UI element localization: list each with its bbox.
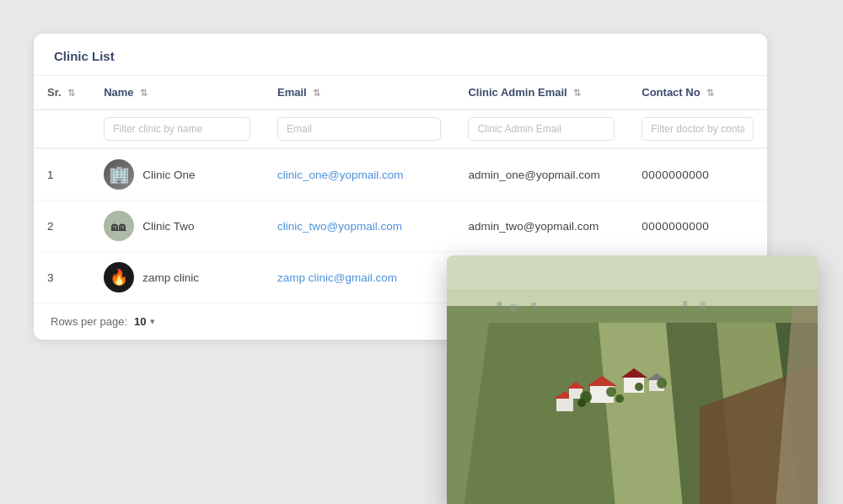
clinic-list-card: Clinic List Sr. ⇅ Name ⇅ Email ⇅ [34, 34, 767, 340]
cell-email: zamp clinic@gmail.com [264, 252, 454, 303]
col-email[interactable]: Email ⇅ [264, 76, 454, 110]
filter-admin-email-input[interactable] [468, 117, 615, 141]
svg-point-23 [657, 378, 667, 389]
svg-point-21 [606, 387, 616, 397]
svg-marker-3 [464, 323, 615, 504]
filter-admin-email-cell [454, 110, 628, 148]
avatar: 🏘 [104, 211, 134, 241]
rows-per-page-select[interactable]: 10 ▾ [134, 315, 154, 328]
svg-rect-28 [510, 304, 517, 312]
clinic-email-link[interactable]: clinic_two@yopmail.com [277, 220, 402, 233]
avatar: 🔥 [104, 262, 134, 292]
rows-per-page-value: 10 [134, 315, 146, 328]
filter-contact-input[interactable] [642, 117, 754, 141]
sort-icon-contact: ⇅ [706, 88, 714, 99]
cell-sr: 3 [34, 252, 90, 303]
col-name[interactable]: Name ⇅ [90, 76, 264, 110]
card-header: Clinic List [34, 34, 767, 76]
clinic-name: zamp clinic [142, 271, 199, 284]
filter-contact-cell [628, 110, 767, 148]
svg-point-22 [635, 383, 643, 391]
cell-admin-email: admin_two@yopmail.com [454, 201, 628, 252]
sort-icon-admin: ⇅ [573, 88, 581, 99]
rows-per-page-label: Rows per page: [51, 315, 127, 328]
avatar: 🏢 [104, 159, 134, 190]
cell-name: 🔥zamp clinic [90, 252, 264, 303]
table-row: 1🏢Clinic Oneclinic_one@yopmail.comadmin_… [34, 148, 767, 201]
svg-rect-30 [683, 301, 687, 309]
filter-clinic-name-input[interactable] [104, 117, 250, 141]
cell-sr: 2 [34, 201, 90, 252]
cell-email: clinic_one@yopmail.com [264, 148, 454, 201]
col-sr[interactable]: Sr. ⇅ [34, 76, 90, 110]
col-clinic-admin-email[interactable]: Clinic Admin Email ⇅ [454, 76, 628, 110]
svg-rect-27 [497, 302, 502, 312]
cell-contact-no: 0000000000 [628, 148, 767, 201]
card-title: Clinic List [54, 49, 115, 63]
filter-email-input[interactable] [277, 117, 441, 141]
col-contact-no[interactable]: Contact No ⇅ [628, 76, 767, 110]
svg-rect-26 [447, 255, 818, 289]
sort-icon-name: ⇅ [140, 88, 148, 99]
chevron-down-icon: ▾ [150, 316, 155, 327]
cell-sr: 1 [34, 148, 90, 201]
cell-contact-no: 0000000000 [628, 201, 767, 252]
cell-name: 🏢Clinic One [90, 148, 264, 201]
clinic-name: Clinic Two [142, 220, 194, 233]
clinic-name: Clinic One [142, 169, 195, 181]
svg-point-25 [615, 394, 624, 403]
svg-rect-29 [531, 303, 536, 312]
filter-row [34, 110, 767, 148]
table-row: 2🏘Clinic Twoclinic_two@yopmail.comadmin_… [34, 201, 767, 252]
svg-rect-14 [556, 399, 573, 411]
table-header-row: Sr. ⇅ Name ⇅ Email ⇅ Clinic Admin Email … [34, 76, 767, 110]
sort-icon-email: ⇅ [313, 88, 320, 99]
svg-rect-31 [700, 302, 706, 308]
clinic-thumbnail-image [447, 255, 818, 504]
cell-email: clinic_two@yopmail.com [264, 201, 454, 252]
clinic-email-link[interactable]: zamp clinic@gmail.com [277, 271, 397, 284]
cell-name: 🏘Clinic Two [90, 201, 264, 252]
sort-icon-sr: ⇅ [67, 88, 75, 99]
svg-point-24 [577, 399, 586, 407]
filter-sr-cell [34, 110, 90, 148]
cell-admin-email: admin_one@yopmail.com [454, 148, 628, 201]
page-wrapper: Clinic List Sr. ⇅ Name ⇅ Email ⇅ [0, 0, 843, 504]
clinic-email-link[interactable]: clinic_one@yopmail.com [277, 169, 404, 181]
filter-name-cell [90, 110, 264, 148]
filter-email-cell [264, 110, 454, 148]
